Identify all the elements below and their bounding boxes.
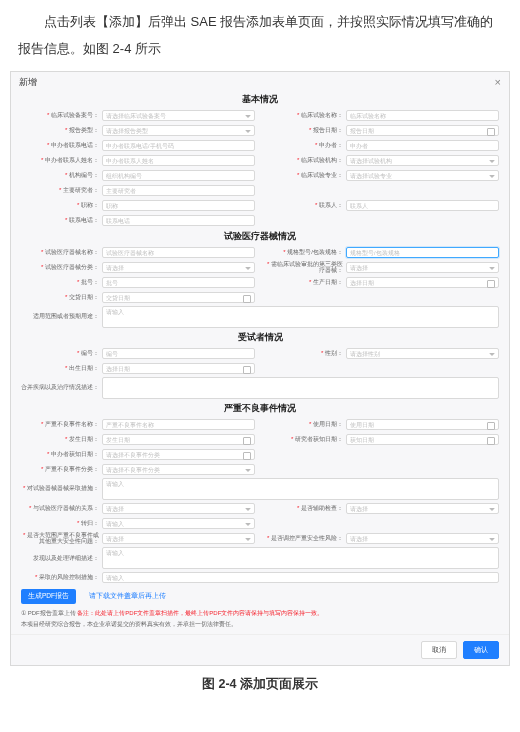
modal-title: 新增 [19,76,37,89]
lot-input[interactable]: 批号 [102,277,255,288]
safeplan-select[interactable]: 请选择 [346,533,499,544]
lbl-trialname: 临床试验名称： [265,112,343,119]
bigrisk-select[interactable]: 请选择 [102,533,255,544]
lbl-tester: 临床试验机构： [265,157,343,164]
lbl-pi: 主要研究者： [21,187,99,194]
cancel-button[interactable]: 取消 [421,641,457,659]
tel-input[interactable]: 联系电话 [102,215,255,226]
usage-input[interactable]: 请输入 [102,306,499,328]
lbl-safety: 是否辅助检查： [265,505,343,512]
contact-input[interactable]: 联系人 [346,200,499,211]
section-basic: 基本情况 [11,91,509,108]
lbl-mfgdate: 生产日期： [265,279,343,286]
tester-select[interactable]: 请选择试验机构 [346,155,499,166]
trialname-input[interactable]: 临床试验名称 [346,110,499,121]
ok-button[interactable]: 确认 [463,641,499,659]
devname-input[interactable]: 试验医疗器械名称 [102,247,255,258]
org-input[interactable]: 组织机构编号 [102,170,255,181]
lbl-rptdate: 报告日期： [265,127,343,134]
auxex-select[interactable]: 请选择 [102,503,255,514]
add-modal: 新增 × 基本情况 临床试验备案号：请选择临床试验备案号 临床试验名称：临床试验… [10,71,510,666]
lbl-sponsortel: 申办者联系电话： [21,142,99,149]
rptdate-input[interactable]: 报告日期 [346,125,499,136]
rpttype-select[interactable]: 请选择报告类型 [102,125,255,136]
lbl-bigrisk: 是否大范围严重不良事件或其他重大安全性问题： [21,532,99,545]
lbl-lot: 批号： [21,279,99,286]
need3-select[interactable]: 请选择 [346,262,499,273]
note2: 本项目经研究综合报告，本企业承诺提交的资料真实有效，并承担一切法律责任。 [11,619,509,630]
section-device: 试验医疗器械情况 [11,228,509,245]
lbl-occdate: 发生日期： [21,436,99,443]
birth-input[interactable]: 选择日期 [102,363,255,374]
devclass-select[interactable]: 请选择 [102,262,255,273]
gen-pdf-button[interactable]: 生成PDF报告 [21,589,76,604]
lbl-gender: 性别： [265,350,343,357]
agentname-input[interactable]: 申办者联系人姓名 [102,155,255,166]
usedate-input[interactable]: 使用日期 [346,419,499,430]
lbl-sponsor: 申办者： [265,142,343,149]
close-icon[interactable]: × [495,76,501,88]
lbl-testmajor: 临床试验专业： [265,172,343,179]
model-input[interactable]: 规格型号/包装规格 [346,247,499,258]
lbl-cont: 申办者获知日期： [21,451,99,458]
section-subject: 受试者情况 [11,329,509,346]
note1a: PDF报告盖章上传 [28,610,76,616]
lbl-safeplan: 是否调控严重安全性风险： [265,535,343,542]
occdate-input[interactable]: 发生日期 [102,434,255,445]
lbl-measures: 对试验器械器械采取措施： [21,485,99,492]
note1b: 备注：此处请上传PDF文件盖章扫描件，最终上传PDF文件内容请保持与填写内容保持… [77,610,323,616]
lbl-other: 发现以及处理详细描述： [21,555,99,562]
lbl-devname: 试验医疗器械名称： [21,249,99,256]
lbl-need3: 需临床试验审批的第三类医疗器械： [265,261,343,274]
lbl-event: 严重不良事件分类： [21,466,99,473]
upload-link[interactable]: 请下载文件盖章后再上传 [82,589,173,604]
lbl-awaredate: 研究者获知日期： [265,436,343,443]
other-input[interactable]: 请输入 [102,547,499,569]
safety-select[interactable]: 请选择 [346,503,499,514]
lbl-usedate: 使用日期： [265,421,343,428]
saename-input[interactable]: 严重不良事件名称 [102,419,255,430]
lbl-contact: 联系人： [265,202,343,209]
lbl-risk: 采取的风险控制措施： [21,574,99,581]
lbl-saename: 严重不良事件名称： [21,421,99,428]
lbl-history: 合并疾病以及治疗情况描述： [21,384,99,391]
outcome-select[interactable]: 请输入 [102,518,255,529]
testmajor-select[interactable]: 请选择试验专业 [346,170,499,181]
lbl-rpttype: 报告类型： [21,127,99,134]
lbl-devclass: 试验医疗器械分类： [21,264,99,271]
lbl-org: 机构编号： [21,172,99,179]
regno-select[interactable]: 请选择临床试验备案号 [102,110,255,121]
lbl-tel: 联系电话： [21,217,99,224]
figure-caption: 图 2-4 添加页面展示 [0,676,520,693]
gender-select[interactable]: 请选择性别 [346,348,499,359]
lbl-agentname: 申办者联系人姓名： [21,157,99,164]
lbl-birth: 出生日期： [21,365,99,372]
intro-text: 点击列表【添加】后弹出 SAE 报告添加表单页面，并按照实际情况填写准确的报告信… [0,0,520,69]
sponsor-input[interactable]: 申办者 [346,140,499,151]
lbl-auxex: 与试验医疗器械的关系： [21,505,99,512]
title-input[interactable]: 职称 [102,200,255,211]
lbl-outcome: 转归： [21,520,99,527]
cont-input[interactable]: 请选择不良事件分类 [102,449,255,460]
event-select[interactable]: 请选择不良事件分类 [102,464,255,475]
lbl-model: 规格型号/包装规格： [265,249,343,256]
lbl-title: 职称： [21,202,99,209]
pi-input[interactable]: 主要研究者 [102,185,255,196]
lbl-impdate: 交货日期： [21,294,99,301]
history-input[interactable] [102,377,499,399]
mfgdate-input[interactable]: 选择日期 [346,277,499,288]
code-input[interactable]: 编号 [102,348,255,359]
lbl-code: 编号： [21,350,99,357]
measures-input[interactable]: 请输入 [102,478,499,500]
lbl-regno: 临床试验备案号： [21,112,99,119]
risk-input[interactable]: 请输入 [102,572,499,583]
section-sae: 严重不良事件情况 [11,400,509,417]
impdate-input[interactable]: 交货日期 [102,292,255,303]
awaredate-input[interactable]: 获知日期 [346,434,499,445]
lbl-usage: 适用范围或者预期用途： [21,313,99,320]
sponsortel-input[interactable]: 申办者联系电话/手机号码 [102,140,255,151]
